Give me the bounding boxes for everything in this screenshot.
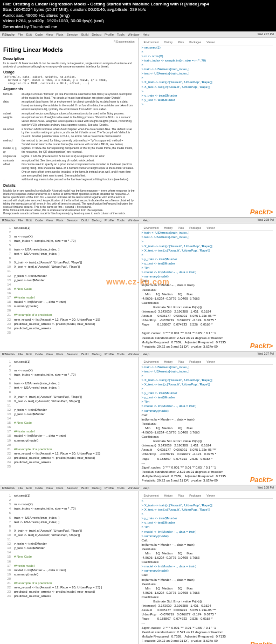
code-line[interactable]: 5 (3, 243, 135, 247)
code-line[interactable]: 16 (3, 559, 135, 564)
code-line[interactable]: 4train_index <- sample.int(m, size = m *… (3, 239, 135, 243)
code-line[interactable]: 7test <- USArrests[-train_index, ] (3, 252, 135, 256)
code-line[interactable]: 1set.seed(1) (3, 226, 135, 230)
code-line[interactable]: 2 (3, 364, 135, 368)
code-line[interactable]: 21## example of a prediction (3, 581, 135, 585)
menu-item-window[interactable]: Window (128, 352, 139, 356)
code-line[interactable]: 24predicted_murder_arrests (3, 326, 135, 330)
code-line[interactable]: 8 (3, 256, 135, 260)
code-line[interactable]: 8 (3, 524, 135, 528)
menu-item-file[interactable]: File (18, 486, 23, 490)
tab-packages[interactable]: Packages (189, 40, 201, 44)
code-line[interactable]: 11 (3, 269, 135, 273)
code-line[interactable]: 16 (3, 425, 135, 429)
menu-item-plots[interactable]: Plots (56, 486, 63, 490)
menu-item-debug[interactable]: Debug (92, 486, 101, 490)
tab-packages[interactable]: Packages (189, 494, 201, 498)
tab-history[interactable]: History (164, 40, 173, 44)
menu-item-session[interactable]: Session (67, 219, 78, 222)
code-line[interactable]: 12y_train <- train$Murder (3, 541, 135, 546)
menu-item-profile[interactable]: Profile (105, 486, 114, 490)
menu-item-session[interactable]: Session (67, 33, 78, 36)
code-line[interactable]: 2 (3, 498, 135, 502)
menu-item-help[interactable]: Help (142, 219, 149, 222)
tab-history[interactable]: History (164, 360, 173, 364)
tab-environment[interactable]: Environment (144, 360, 159, 364)
tab-plots[interactable]: Plots (178, 40, 184, 44)
code-line[interactable]: 20 (3, 443, 135, 447)
menu-item-view[interactable]: View (46, 486, 53, 490)
menu-item-rstudio[interactable]: RStudio (2, 486, 15, 490)
code-line[interactable]: 22new_record <- list(Assault = 12, Rape … (3, 317, 135, 322)
code-line[interactable]: 24predicted_murder_arrests (3, 460, 135, 464)
menu-item-code[interactable]: Code (35, 219, 43, 222)
menu-item-plots[interactable]: Plots (56, 33, 63, 36)
menu-item-window[interactable]: Window (128, 33, 139, 36)
tab-history[interactable]: History (164, 226, 173, 230)
tab-viewer[interactable]: Viewer (206, 40, 215, 44)
tab-plots[interactable]: Plots (178, 494, 184, 498)
code-line[interactable]: 25 (3, 464, 135, 469)
code-line[interactable]: 3m <- nrow(X) (3, 234, 135, 239)
menu-item-file[interactable]: File (18, 352, 23, 356)
code-line[interactable]: 5 (3, 511, 135, 515)
menu-item-build[interactable]: Build (81, 352, 88, 356)
code-line[interactable]: 23predicted_murder_arrests <- predict(mo… (3, 589, 135, 594)
code-line[interactable]: 14 (3, 550, 135, 554)
menu-item-code[interactable]: Code (35, 33, 43, 36)
code-line[interactable]: 15# New Code (3, 554, 135, 559)
code-line[interactable]: 4train_index <- sample.int(m, size = m *… (3, 372, 135, 377)
code-line[interactable]: 18model <- lm(Murder ~ ., data = train) (3, 568, 135, 572)
code-line[interactable]: 1set.seed(1) (3, 493, 135, 498)
code-line[interactable]: 18model <- lm(Murder ~ ., data = train) (3, 433, 135, 438)
console-pane-3[interactable]: EnvironmentHistoryPlotsPackagesViewer > … (139, 357, 277, 485)
code-line[interactable]: 14 (3, 416, 135, 421)
tab-packages[interactable]: Packages (189, 360, 201, 364)
menu-item-tools[interactable]: Tools (117, 486, 125, 490)
code-line[interactable]: 7test <- USArrests[-train_index, ] (3, 385, 135, 390)
code-line[interactable]: 15# New Code (3, 287, 135, 291)
menu-item-tools[interactable]: Tools (117, 219, 125, 222)
code-line[interactable]: 6train <- USArrests[train_index, ] (3, 247, 135, 252)
console-pane-4[interactable]: EnvironmentHistoryPlotsPackagesViewer > … (139, 491, 277, 644)
code-line[interactable]: 16 (3, 291, 135, 295)
code-line[interactable]: 20 (3, 308, 135, 313)
code-line[interactable]: 10X_test <- test[,c('Assault', 'UrbanPop… (3, 533, 135, 537)
tab-environment[interactable]: Environment (144, 40, 159, 44)
tab-plots[interactable]: Plots (178, 226, 184, 230)
menu-item-rstudio[interactable]: RStudio (2, 352, 15, 356)
menu-item-plots[interactable]: Plots (56, 352, 63, 356)
menu-item-rstudio[interactable]: RStudio (2, 33, 15, 36)
code-line[interactable]: 5 (3, 377, 135, 381)
menu-item-build[interactable]: Build (81, 486, 88, 490)
code-line[interactable]: 20 (3, 577, 135, 581)
menu-item-edit[interactable]: Edit (26, 352, 32, 356)
code-line[interactable]: 18model <- lm(Murder ~ ., data = train) (3, 300, 135, 304)
code-line[interactable]: 13y_test <- test$Murder (3, 546, 135, 550)
menu-item-debug[interactable]: Debug (92, 352, 101, 356)
source-editor[interactable]: 1set.seed(1)23m <- nrow(X)4train_index <… (0, 491, 139, 644)
menu-item-file[interactable]: File (18, 33, 23, 36)
code-line[interactable]: 22new_record <- list(Assault = 12, Rape … (3, 451, 135, 456)
menu-item-help[interactable]: Help (142, 33, 149, 36)
code-line[interactable]: 10X_test <- test[,c('Assault', 'UrbanPop… (3, 265, 135, 269)
code-line[interactable]: 23predicted_murder_arrests <- predict(mo… (3, 322, 135, 326)
menu-item-build[interactable]: Build (81, 219, 88, 222)
console-pane-1[interactable]: EnvironmentHistoryPlotsPackagesViewer > … (139, 38, 277, 217)
code-line[interactable]: 15# New Code (3, 421, 135, 425)
menu-item-help[interactable]: Help (142, 486, 149, 490)
code-line[interactable]: 8 (3, 390, 135, 394)
code-line[interactable]: 23predicted_murder_arrests <- predict(mo… (3, 456, 135, 460)
menu-item-profile[interactable]: Profile (105, 352, 114, 356)
menu-item-profile[interactable]: Profile (105, 33, 114, 36)
menu-item-debug[interactable]: Debug (92, 33, 101, 36)
tab-viewer[interactable]: Viewer (206, 226, 215, 230)
menu-item-edit[interactable]: Edit (26, 219, 32, 222)
menu-item-tools[interactable]: Tools (117, 33, 125, 36)
code-line[interactable]: 7test <- USArrests[-train_index, ] (3, 520, 135, 524)
menu-item-window[interactable]: Window (128, 486, 139, 490)
menu-item-build[interactable]: Build (81, 33, 88, 36)
tab-packages[interactable]: Packages (189, 226, 201, 230)
menu-item-plots[interactable]: Plots (56, 219, 63, 222)
menu-item-profile[interactable]: Profile (105, 219, 114, 222)
